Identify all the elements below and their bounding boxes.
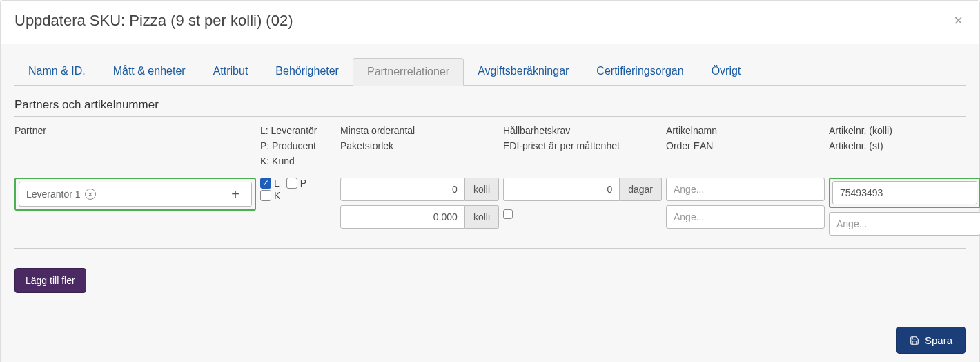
divider — [14, 248, 966, 249]
tab-permissions[interactable]: Behörigheter — [262, 58, 353, 85]
tab-cert-body[interactable]: Certifieringsorgan — [582, 58, 697, 85]
add-more-button[interactable]: Lägg till fler — [14, 268, 86, 293]
close-icon[interactable]: × — [951, 12, 966, 30]
tabs: Namn & ID. Mått & enheter Attribut Behör… — [14, 58, 966, 86]
label-article-nr-st: Artikelnr. (st) — [829, 139, 980, 154]
label-type-k: K: Kund — [260, 154, 336, 169]
order-ean-input[interactable] — [666, 205, 825, 229]
article-nr-st-input[interactable] — [829, 212, 980, 236]
save-button[interactable]: Spara — [896, 327, 966, 354]
modal-header: Uppdatera SKU: Pizza (9 st per kolli) (0… — [1, 1, 979, 44]
tab-other[interactable]: Övrigt — [698, 58, 755, 85]
remove-chip-icon[interactable]: × — [85, 189, 96, 200]
label-order-ean: Order EAN — [666, 139, 825, 154]
min-order-input[interactable] — [340, 178, 465, 201]
label-shelf-req: Hållbarhetskrav — [503, 124, 662, 139]
tab-name-id[interactable]: Namn & ID. — [14, 58, 99, 85]
section-title: Partners och artikelnummer — [14, 98, 966, 117]
pack-size-input[interactable] — [340, 205, 465, 229]
checkbox-p[interactable] — [286, 178, 297, 189]
partner-input[interactable]: Leverantör 1 × — [19, 182, 219, 207]
save-icon — [910, 336, 919, 345]
label-article-name: Artikelnamn — [666, 124, 825, 139]
min-order-unit: kolli — [465, 178, 499, 201]
partner-select-wrapper: Leverantör 1 × + — [14, 178, 256, 211]
modal-body: Namn & ID. Mått & enheter Attribut Behör… — [1, 44, 979, 314]
checkbox-k-label: K — [274, 190, 280, 201]
tab-measures[interactable]: Mått & enheter — [99, 58, 199, 85]
article-nr-kolli-input[interactable] — [832, 181, 977, 204]
tab-attributes[interactable]: Attribut — [199, 58, 262, 85]
label-type-l: L: Leverantör — [260, 124, 336, 139]
edi-price-checkbox[interactable] — [503, 209, 513, 219]
add-partner-button[interactable]: + — [219, 182, 252, 207]
pack-size-unit: kolli — [465, 205, 499, 229]
checkbox-k[interactable] — [260, 190, 271, 201]
shelf-req-input[interactable] — [503, 178, 620, 201]
article-name-input[interactable] — [666, 178, 825, 201]
label-min-order: Minsta orderantal — [340, 124, 499, 139]
shelf-req-unit: dagar — [620, 178, 662, 201]
modal-footer: Spara — [1, 314, 979, 362]
checkbox-p-label: P — [300, 178, 306, 189]
type-checkbox-group: ✓ L P K — [260, 178, 336, 201]
save-button-label: Spara — [925, 334, 952, 346]
modal-title: Uppdatera SKU: Pizza (9 st per kolli) (0… — [14, 12, 293, 30]
checkbox-l-label: L — [274, 178, 280, 189]
tab-fee-calc[interactable]: Avgiftsberäkningar — [464, 58, 582, 85]
tab-partner-relations[interactable]: Partnerrelationer — [353, 58, 464, 86]
partner-chip-label: Leverantör 1 — [26, 189, 81, 200]
label-article-nr-kolli: Artikelnr. (kolli) — [829, 124, 980, 139]
label-pack-size: Paketstorlek — [340, 139, 499, 154]
label-edi-price: EDI-priset är per måttenhet — [503, 139, 662, 154]
label-type-p: P: Producent — [260, 139, 336, 154]
update-sku-modal: Uppdatera SKU: Pizza (9 st per kolli) (0… — [0, 0, 980, 362]
label-partner: Partner — [14, 124, 256, 139]
checkbox-l[interactable]: ✓ — [260, 178, 271, 189]
form-grid: Partner L: Leverantör P: Producent K: Ku… — [14, 124, 966, 236]
